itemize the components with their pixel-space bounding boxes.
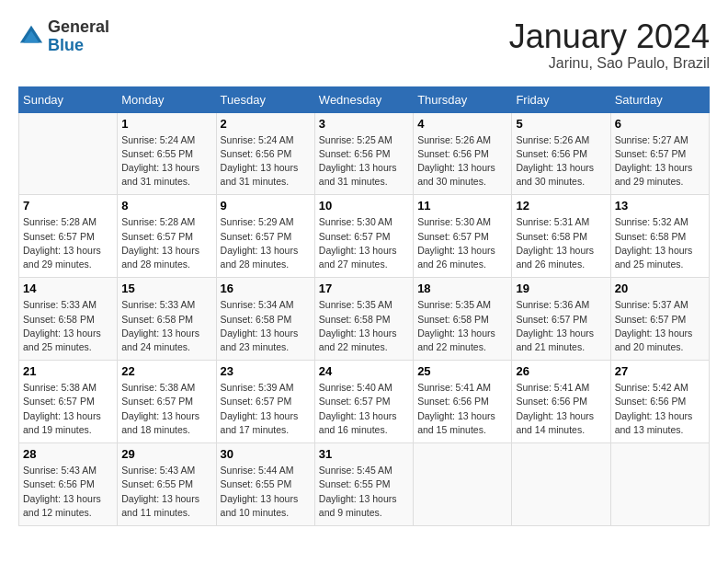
table-row: 12Sunrise: 5:31 AM Sunset: 6:58 PM Dayli… [512, 195, 610, 278]
table-row: 5Sunrise: 5:26 AM Sunset: 6:56 PM Daylig… [512, 112, 610, 195]
day-info: Sunrise: 5:36 AM Sunset: 6:57 PM Dayligh… [516, 298, 606, 354]
table-row [610, 443, 709, 526]
day-info: Sunrise: 5:38 AM Sunset: 6:57 PM Dayligh… [121, 381, 211, 437]
calendar-week-row: 1Sunrise: 5:24 AM Sunset: 6:55 PM Daylig… [19, 112, 710, 195]
day-number: 19 [516, 282, 606, 295]
logo: General Blue [18, 18, 109, 55]
location-subtitle: Jarinu, Sao Paulo, Brazil [509, 55, 710, 72]
day-number: 23 [221, 364, 311, 378]
table-row: 10Sunrise: 5:30 AM Sunset: 6:57 PM Dayli… [314, 195, 413, 278]
table-row: 25Sunrise: 5:41 AM Sunset: 6:56 PM Dayli… [414, 361, 512, 443]
day-number: 26 [516, 364, 606, 378]
table-row [19, 112, 118, 195]
table-row: 18Sunrise: 5:35 AM Sunset: 6:58 PM Dayli… [414, 278, 512, 361]
calendar-week-row: 21Sunrise: 5:38 AM Sunset: 6:57 PM Dayli… [19, 361, 710, 443]
day-info: Sunrise: 5:28 AM Sunset: 6:57 PM Dayligh… [23, 215, 113, 271]
day-number: 10 [319, 199, 409, 213]
table-row: 27Sunrise: 5:42 AM Sunset: 6:56 PM Dayli… [610, 361, 709, 443]
day-info: Sunrise: 5:42 AM Sunset: 6:56 PM Dayligh… [615, 381, 705, 437]
logo-text: General Blue [48, 18, 109, 55]
table-row: 31Sunrise: 5:45 AM Sunset: 6:55 PM Dayli… [314, 443, 413, 526]
table-row: 14Sunrise: 5:33 AM Sunset: 6:58 PM Dayli… [19, 278, 118, 361]
day-number: 31 [319, 447, 409, 461]
day-number: 25 [417, 364, 507, 378]
day-number: 16 [221, 282, 311, 295]
table-row: 6Sunrise: 5:27 AM Sunset: 6:57 PM Daylig… [610, 112, 709, 195]
day-info: Sunrise: 5:28 AM Sunset: 6:57 PM Dayligh… [121, 215, 211, 271]
day-number: 20 [615, 282, 705, 295]
day-info: Sunrise: 5:45 AM Sunset: 6:55 PM Dayligh… [319, 464, 409, 520]
calendar-week-row: 28Sunrise: 5:43 AM Sunset: 6:56 PM Dayli… [19, 443, 710, 526]
day-number: 9 [221, 199, 311, 213]
day-info: Sunrise: 5:26 AM Sunset: 6:56 PM Dayligh… [417, 133, 507, 190]
table-row: 26Sunrise: 5:41 AM Sunset: 6:56 PM Dayli… [512, 361, 610, 443]
day-info: Sunrise: 5:30 AM Sunset: 6:57 PM Dayligh… [417, 215, 507, 271]
day-number: 30 [221, 447, 311, 461]
day-info: Sunrise: 5:35 AM Sunset: 6:58 PM Dayligh… [319, 298, 409, 354]
day-info: Sunrise: 5:29 AM Sunset: 6:57 PM Dayligh… [221, 215, 311, 271]
day-info: Sunrise: 5:38 AM Sunset: 6:57 PM Dayligh… [23, 381, 113, 437]
day-info: Sunrise: 5:43 AM Sunset: 6:55 PM Dayligh… [121, 464, 211, 520]
day-number: 27 [615, 364, 705, 378]
table-row: 24Sunrise: 5:40 AM Sunset: 6:57 PM Dayli… [314, 361, 413, 443]
logo-icon [18, 24, 44, 50]
col-saturday: Saturday [610, 86, 709, 112]
day-number: 17 [319, 282, 409, 295]
day-info: Sunrise: 5:24 AM Sunset: 6:55 PM Dayligh… [121, 133, 211, 190]
col-tuesday: Tuesday [216, 86, 314, 112]
table-row: 28Sunrise: 5:43 AM Sunset: 6:56 PM Dayli… [19, 443, 118, 526]
day-number: 15 [121, 282, 211, 295]
calendar-week-row: 7Sunrise: 5:28 AM Sunset: 6:57 PM Daylig… [19, 195, 710, 278]
day-number: 22 [121, 364, 211, 378]
day-info: Sunrise: 5:44 AM Sunset: 6:55 PM Dayligh… [221, 464, 311, 520]
table-row: 7Sunrise: 5:28 AM Sunset: 6:57 PM Daylig… [19, 195, 118, 278]
calendar-table: Sunday Monday Tuesday Wednesday Thursday… [18, 86, 710, 526]
day-info: Sunrise: 5:39 AM Sunset: 6:57 PM Dayligh… [221, 381, 311, 437]
day-number: 4 [417, 117, 507, 131]
day-info: Sunrise: 5:41 AM Sunset: 6:56 PM Dayligh… [417, 381, 507, 437]
table-row: 19Sunrise: 5:36 AM Sunset: 6:57 PM Dayli… [512, 278, 610, 361]
table-row [414, 443, 512, 526]
table-row: 2Sunrise: 5:24 AM Sunset: 6:56 PM Daylig… [216, 112, 314, 195]
day-info: Sunrise: 5:35 AM Sunset: 6:58 PM Dayligh… [417, 298, 507, 354]
table-row: 20Sunrise: 5:37 AM Sunset: 6:57 PM Dayli… [610, 278, 709, 361]
col-friday: Friday [512, 86, 610, 112]
col-sunday: Sunday [19, 86, 118, 112]
table-row: 15Sunrise: 5:33 AM Sunset: 6:58 PM Dayli… [118, 278, 216, 361]
table-row: 30Sunrise: 5:44 AM Sunset: 6:55 PM Dayli… [216, 443, 314, 526]
table-row: 8Sunrise: 5:28 AM Sunset: 6:57 PM Daylig… [118, 195, 216, 278]
day-info: Sunrise: 5:40 AM Sunset: 6:57 PM Dayligh… [319, 381, 409, 437]
day-number: 8 [121, 199, 211, 213]
day-info: Sunrise: 5:32 AM Sunset: 6:58 PM Dayligh… [615, 215, 705, 271]
day-number: 21 [23, 364, 113, 378]
day-info: Sunrise: 5:31 AM Sunset: 6:58 PM Dayligh… [516, 215, 606, 271]
title-block: January 2024 Jarinu, Sao Paulo, Brazil [509, 18, 710, 72]
table-row: 23Sunrise: 5:39 AM Sunset: 6:57 PM Dayli… [216, 361, 314, 443]
day-number: 28 [23, 447, 113, 461]
table-row: 1Sunrise: 5:24 AM Sunset: 6:55 PM Daylig… [118, 112, 216, 195]
day-info: Sunrise: 5:25 AM Sunset: 6:56 PM Dayligh… [319, 133, 409, 190]
table-row: 17Sunrise: 5:35 AM Sunset: 6:58 PM Dayli… [314, 278, 413, 361]
day-info: Sunrise: 5:41 AM Sunset: 6:56 PM Dayligh… [516, 381, 606, 437]
day-info: Sunrise: 5:43 AM Sunset: 6:56 PM Dayligh… [23, 464, 113, 520]
calendar-week-row: 14Sunrise: 5:33 AM Sunset: 6:58 PM Dayli… [19, 278, 710, 361]
day-number: 7 [23, 199, 113, 213]
table-row: 16Sunrise: 5:34 AM Sunset: 6:58 PM Dayli… [216, 278, 314, 361]
day-info: Sunrise: 5:33 AM Sunset: 6:58 PM Dayligh… [23, 298, 113, 354]
table-row: 3Sunrise: 5:25 AM Sunset: 6:56 PM Daylig… [314, 112, 413, 195]
day-number: 2 [221, 117, 311, 131]
day-number: 11 [417, 199, 507, 213]
day-info: Sunrise: 5:33 AM Sunset: 6:58 PM Dayligh… [121, 298, 211, 354]
table-row: 4Sunrise: 5:26 AM Sunset: 6:56 PM Daylig… [414, 112, 512, 195]
day-number: 24 [319, 364, 409, 378]
table-row: 22Sunrise: 5:38 AM Sunset: 6:57 PM Dayli… [118, 361, 216, 443]
table-row: 29Sunrise: 5:43 AM Sunset: 6:55 PM Dayli… [118, 443, 216, 526]
day-number: 3 [319, 117, 409, 131]
table-row: 21Sunrise: 5:38 AM Sunset: 6:57 PM Dayli… [19, 361, 118, 443]
col-thursday: Thursday [414, 86, 512, 112]
table-row: 9Sunrise: 5:29 AM Sunset: 6:57 PM Daylig… [216, 195, 314, 278]
page-header: General Blue January 2024 Jarinu, Sao Pa… [18, 18, 710, 72]
day-info: Sunrise: 5:27 AM Sunset: 6:57 PM Dayligh… [615, 133, 705, 190]
day-number: 5 [516, 117, 606, 131]
day-info: Sunrise: 5:26 AM Sunset: 6:56 PM Dayligh… [516, 133, 606, 190]
